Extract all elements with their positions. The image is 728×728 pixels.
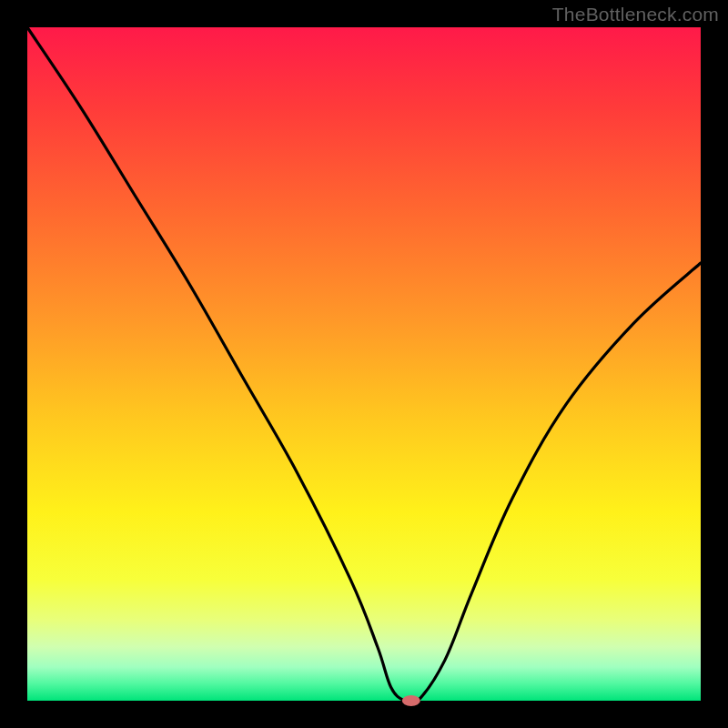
chart-stage: TheBottleneck.com (0, 0, 728, 728)
plot-background (27, 27, 701, 701)
minimum-marker (402, 695, 420, 706)
watermark-text: TheBottleneck.com (552, 4, 719, 25)
bottleneck-chart (0, 0, 728, 728)
